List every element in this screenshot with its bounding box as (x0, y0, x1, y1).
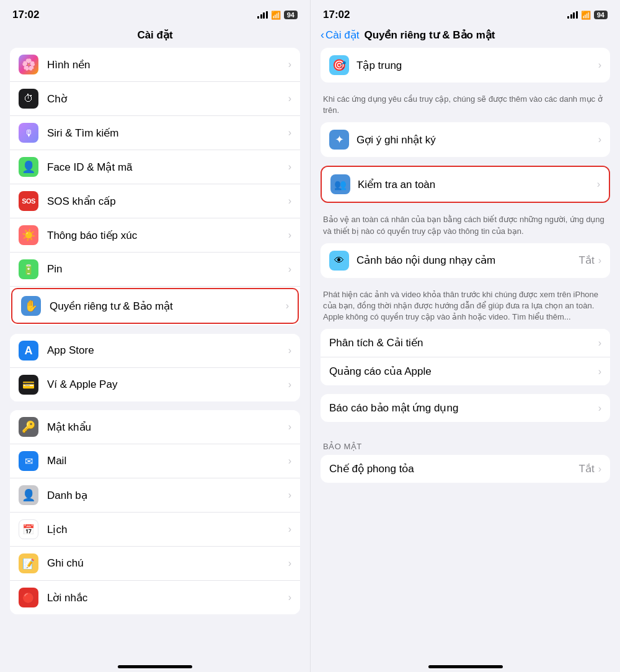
safety-chevron: › (597, 179, 600, 190)
app-security-label: Báo cáo bảo mật ứng dụng (329, 401, 598, 414)
settings-item-notes[interactable]: 📝 Ghi chú › (10, 547, 300, 581)
settings-item-sos[interactable]: SOS SOS khẩn cấp › (10, 184, 300, 218)
right-item-lockdown[interactable]: Chế độ phong tỏa Tắt › (321, 455, 610, 483)
settings-item-contacts[interactable]: 👤 Danh bạ › (10, 478, 300, 513)
sos-icon: SOS (19, 191, 38, 211)
settings-item-mail[interactable]: ✉ Mail › (10, 444, 300, 478)
right-settings-list: 🎯 Tập trung › Khi các ứng dụng yêu cầu t… (311, 48, 620, 655)
analytics-chevron: › (598, 338, 601, 349)
sensitive-icon: 👁 (329, 251, 349, 271)
notes-label: Ghi chú (47, 557, 288, 570)
reminders-icon: 🔴 (19, 588, 38, 607)
exposure-icon: ☀️ (19, 225, 38, 245)
left-time: 17:02 (12, 9, 39, 21)
right-time: 17:02 (323, 9, 350, 21)
right-title: Quyền riêng tư & Bảo mật (364, 29, 495, 42)
wallpaper-label: Hình nền (47, 58, 288, 71)
calendar-chevron: › (288, 524, 291, 535)
right-home-bar (428, 665, 503, 668)
log-label: Gợi ý ghi nhật ký (356, 133, 598, 146)
right-group-sensitive: 👁 Cảnh báo nội dung nhạy cảm Tắt › (321, 243, 610, 278)
app-security-chevron: › (598, 403, 601, 414)
sensitive-label: Cảnh báo nội dung nhạy cảm (356, 254, 579, 267)
right-item-log[interactable]: ✦ Gợi ý ghi nhật ký › (321, 122, 610, 157)
settings-item-standby[interactable]: ⏱ Chờ › (10, 82, 300, 116)
battery-label: Pin (47, 263, 288, 276)
analytics-content: Phân tích & Cải tiến (329, 336, 598, 349)
calendar-icon: 📅 (19, 519, 38, 539)
right-group-analytics: Phân tích & Cải tiến › Quảng cáo của App… (321, 329, 610, 385)
reminders-chevron: › (288, 592, 291, 603)
right-wifi-icon: 📶 (581, 11, 591, 20)
right-signal-icon (567, 11, 578, 19)
safety-content: Kiểm tra an toàn (358, 178, 597, 191)
settings-item-faceid[interactable]: 👤 Face ID & Mật mã › (10, 150, 300, 184)
wallet-label: Ví & Apple Pay (47, 379, 288, 391)
lockdown-chevron: › (598, 464, 601, 475)
lockdown-label: Chế độ phong tỏa (329, 462, 579, 475)
contacts-chevron: › (288, 490, 291, 501)
battery-chevron: › (288, 264, 291, 275)
focus-label: Tập trung (356, 59, 598, 72)
battery-icon: 94 (284, 11, 298, 19)
right-item-app-security[interactable]: Báo cáo bảo mật ứng dụng › (321, 394, 610, 422)
settings-item-exposure[interactable]: ☀️ Thông báo tiếp xúc › (10, 218, 300, 253)
right-group-lockdown: Chế độ phong tỏa Tắt › (321, 455, 610, 483)
standby-label: Chờ (47, 92, 288, 105)
left-title: Cài đặt (137, 29, 172, 41)
back-button[interactable]: ‹ Cài đặt (321, 29, 359, 42)
lockdown-content: Chế độ phong tỏa (329, 462, 579, 475)
log-content: Gợi ý ghi nhật ký (356, 133, 598, 146)
right-item-focus[interactable]: 🎯 Tập trung › (321, 48, 610, 83)
settings-item-password[interactable]: 🔑 Mật khẩu › (10, 410, 300, 444)
wallet-chevron: › (288, 379, 291, 390)
password-label: Mật khẩu (47, 421, 288, 434)
right-home-indicator (311, 655, 620, 672)
settings-item-wallpaper[interactable]: 🌸 Hình nền › (10, 48, 300, 82)
wallpaper-icon: 🌸 (19, 55, 38, 74)
home-bar (118, 665, 192, 668)
standby-chevron: › (288, 93, 291, 104)
left-settings-list: 🌸 Hình nền › ⏱ Chờ › 🎙 Siri & Tìm kiếm › (0, 48, 310, 655)
sos-label: SOS khẩn cấp (47, 195, 288, 208)
settings-group-2: A App Store › 💳 Ví & Apple Pay › (10, 334, 300, 401)
wifi-icon: 📶 (271, 11, 281, 20)
sensitive-content: Cảnh báo nội dung nhạy cảm (356, 254, 579, 267)
right-item-safety[interactable]: 👥 Kiểm tra an toàn › (322, 167, 609, 202)
privacy-label: Quyền riêng tư & Bảo mật (50, 300, 286, 313)
settings-item-siri[interactable]: 🎙 Siri & Tìm kiếm › (10, 116, 300, 150)
app-security-content: Báo cáo bảo mật ứng dụng (329, 401, 598, 414)
siri-icon: 🎙 (19, 123, 38, 143)
settings-item-appstore[interactable]: A App Store › (10, 334, 300, 368)
lockdown-value: Tắt (579, 462, 595, 475)
mail-chevron: › (288, 455, 291, 467)
sensitive-chevron: › (598, 255, 601, 266)
safety-label: Kiểm tra an toàn (358, 178, 597, 191)
right-panel: 17:02 📶 94 ‹ Cài đặt Quyền riêng tư & Bả… (310, 0, 620, 672)
settings-item-battery[interactable]: 🔋 Pin › (10, 253, 300, 287)
right-item-analytics[interactable]: Phân tích & Cải tiến › (321, 329, 610, 357)
focus-desc: Khi các ứng dụng yêu cầu truy cập, chúng… (321, 91, 610, 122)
settings-item-calendar[interactable]: 📅 Lịch › (10, 513, 300, 547)
notes-icon: 📝 (19, 553, 38, 573)
contacts-icon: 👤 (19, 485, 38, 505)
right-group-safety: 👥 Kiểm tra an toàn › (321, 166, 610, 203)
right-group-app-security: Báo cáo bảo mật ứng dụng › (321, 394, 610, 422)
right-status-bar: 17:02 📶 94 (311, 0, 620, 26)
notes-chevron: › (288, 558, 291, 569)
focus-chevron: › (598, 60, 601, 71)
password-chevron: › (288, 421, 291, 432)
right-battery-icon: 94 (594, 11, 608, 19)
faceid-chevron: › (288, 161, 291, 172)
appstore-icon: A (19, 341, 38, 361)
appstore-label: App Store (47, 344, 288, 357)
right-item-sensitive[interactable]: 👁 Cảnh báo nội dung nhạy cảm Tắt › (321, 243, 610, 278)
sos-chevron: › (288, 195, 291, 207)
left-panel: 17:02 📶 94 Cài đặt 🌸 Hình nền (0, 0, 310, 672)
log-icon: ✦ (329, 130, 349, 150)
settings-item-wallet[interactable]: 💳 Ví & Apple Pay › (10, 368, 300, 401)
learn-more-link[interactable]: Tìm hiểu thêm... (512, 312, 571, 321)
settings-item-privacy[interactable]: ✋ Quyền riêng tư & Bảo mật › (11, 288, 299, 324)
settings-item-reminders[interactable]: 🔴 Lời nhắc › (10, 581, 300, 614)
right-item-apple-ads[interactable]: Quảng cáo của Apple › (321, 357, 610, 385)
